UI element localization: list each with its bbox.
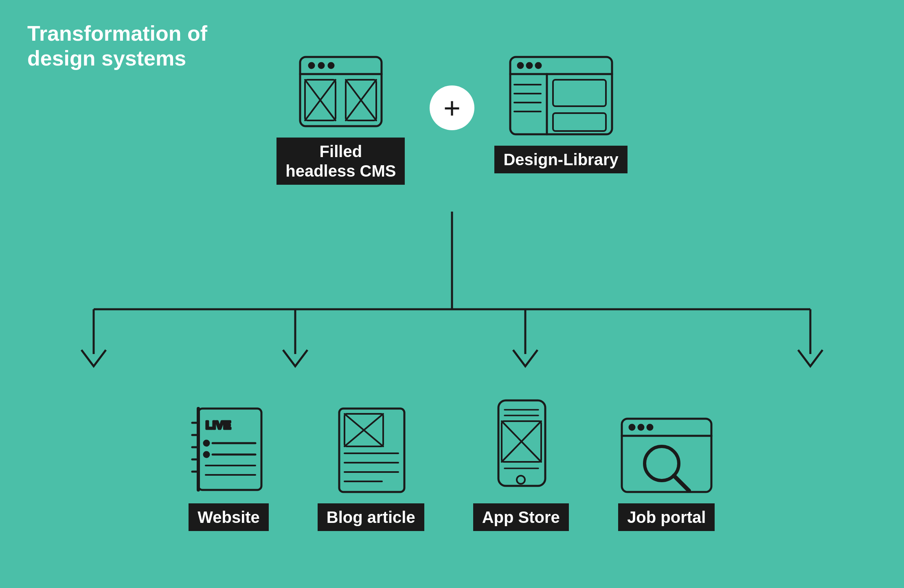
design-library-node: Design-Library (494, 53, 627, 173)
plus-symbol: + (430, 85, 474, 130)
jobportal-icon (618, 415, 715, 496)
appstore-node: App Store (473, 398, 569, 531)
jobportal-node: Job portal (618, 415, 715, 531)
appstore-label: App Store (473, 503, 569, 531)
svg-point-64 (647, 425, 652, 430)
svg-point-39 (204, 452, 209, 457)
bottom-row: LIVE Website Blog arti (0, 398, 904, 531)
blog-node: Blog article (318, 407, 424, 531)
website-icon: LIVE (190, 407, 268, 496)
svg-point-59 (517, 476, 525, 484)
website-label: Website (189, 503, 269, 531)
svg-rect-43 (339, 409, 404, 492)
svg-point-62 (630, 425, 634, 430)
svg-line-66 (674, 476, 689, 491)
cms-node: Filled headless CMS (276, 53, 405, 185)
design-library-label: Design-Library (494, 146, 627, 173)
svg-point-10 (329, 63, 334, 68)
svg-rect-27 (553, 80, 606, 106)
svg-text:LIVE: LIVE (206, 419, 231, 431)
cms-icon (296, 53, 386, 130)
appstore-icon (490, 398, 551, 496)
svg-point-19 (518, 63, 523, 68)
svg-point-20 (527, 63, 532, 68)
website-node: LIVE Website (189, 407, 269, 531)
design-library-icon (506, 53, 616, 138)
svg-point-37 (204, 441, 209, 446)
svg-point-9 (319, 63, 324, 68)
blog-icon (333, 407, 408, 496)
svg-point-21 (536, 63, 541, 68)
svg-point-63 (639, 425, 643, 430)
svg-rect-51 (498, 400, 545, 486)
svg-rect-28 (553, 113, 606, 131)
cms-label: Filled headless CMS (276, 138, 405, 185)
svg-rect-17 (510, 57, 612, 134)
jobportal-label: Job portal (618, 503, 715, 531)
blog-label: Blog article (318, 503, 424, 531)
svg-point-8 (309, 63, 314, 68)
